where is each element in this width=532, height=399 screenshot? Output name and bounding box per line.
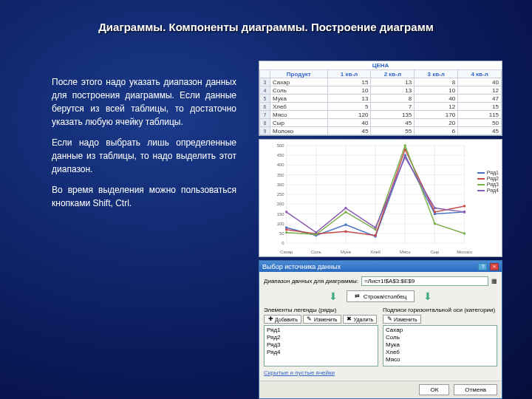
cell[interactable]: 115 [458, 111, 502, 119]
edit-icon: ✎ [307, 316, 313, 322]
cell[interactable]: 15 [327, 78, 371, 86]
table-row[interactable]: 9Молоко4555645 [260, 127, 502, 135]
svg-rect-41 [434, 213, 436, 215]
cell[interactable]: 10 [415, 86, 458, 95]
cell[interactable]: 40 [327, 119, 371, 127]
arrow-down-icon: ⬇ [423, 290, 432, 302]
cell[interactable]: 120 [327, 111, 371, 119]
chart-legend: Ряд1Ряд2Ряд3Ряд4 [477, 169, 499, 194]
range-input[interactable]: =Лист1!$A$3:$E$9 [361, 276, 488, 286]
cell[interactable]: Сыр [270, 119, 328, 127]
cell[interactable]: 8 [371, 95, 415, 103]
svg-text:Мука: Мука [341, 250, 352, 254]
cell[interactable]: 13 [371, 78, 415, 86]
svg-rect-61 [404, 156, 406, 158]
add-button[interactable]: ✚Добавить [264, 315, 301, 324]
delete-button[interactable]: ✖Удалить [343, 315, 378, 324]
list-item[interactable]: Мясо [384, 356, 496, 364]
legend-item: Ряд2 [477, 176, 499, 181]
cell[interactable]: 55 [371, 127, 415, 135]
window-buttons: ? × [477, 262, 499, 270]
help-icon[interactable]: ? [478, 263, 487, 270]
svg-text:0: 0 [282, 241, 284, 245]
list-item[interactable]: Соль [384, 334, 496, 341]
cancel-button[interactable]: Отмена [454, 384, 497, 395]
table-row[interactable]: 7Мясо120135170115 [260, 111, 502, 119]
cell[interactable]: Мясо [270, 111, 328, 119]
cell[interactable]: 15 [458, 103, 502, 111]
edit-button[interactable]: ✎Изменить [303, 315, 341, 324]
cell[interactable]: 13 [371, 86, 415, 95]
svg-rect-53 [375, 228, 377, 231]
cell[interactable]: 20 [415, 119, 458, 127]
svg-rect-40 [404, 154, 406, 157]
cell[interactable]: Хлеб [270, 103, 328, 111]
svg-rect-57 [285, 211, 287, 213]
swap-label: Строка/столбец [364, 293, 407, 300]
dialog-titlebar[interactable]: Выбор источника данных ? × [259, 261, 502, 272]
list-item[interactable]: Ряд2 [265, 334, 377, 341]
cell[interactable]: 10 [327, 86, 371, 95]
svg-text:Мясо: Мясо [400, 250, 411, 254]
cell[interactable]: Сахар [270, 78, 328, 86]
swap-icon: ⇄ [355, 293, 361, 299]
list-item[interactable]: Ряд4 [265, 349, 377, 356]
list-item[interactable]: Ряд1 [265, 327, 377, 334]
categories-listbox[interactable]: СахарСольМукаХлебМясо [383, 325, 497, 366]
svg-rect-55 [434, 222, 436, 225]
cell[interactable]: 40 [458, 78, 502, 86]
cell[interactable]: 45 [327, 127, 371, 135]
cell[interactable]: 170 [415, 111, 458, 119]
legend-items-header: Элементы легенды (ряды) [264, 307, 378, 313]
cell[interactable]: 12 [415, 103, 458, 111]
table-row[interactable]: 3Сахар1513840 [260, 78, 502, 86]
cell[interactable]: 47 [458, 95, 502, 103]
cell[interactable]: 45 [371, 119, 415, 127]
svg-rect-54 [404, 144, 406, 146]
list-item[interactable]: Хлеб [384, 349, 496, 356]
svg-text:450: 450 [277, 153, 285, 157]
cell[interactable]: 5 [327, 103, 371, 111]
cell[interactable]: 6 [415, 127, 458, 135]
cell[interactable]: Молоко [270, 127, 328, 135]
edit-label: Изменить [314, 317, 338, 322]
svg-rect-56 [463, 233, 466, 235]
table-title: ЦЕНА [259, 61, 502, 69]
edit-categories-button[interactable]: ✎Изменить [383, 315, 421, 324]
range-picker-icon[interactable]: ▦ [491, 279, 497, 284]
svg-rect-45 [344, 231, 347, 233]
table-row[interactable]: 8Сыр40452050 [260, 119, 502, 127]
cell[interactable]: 13 [327, 95, 371, 103]
list-item[interactable]: Мука [384, 341, 496, 349]
table-row[interactable]: 5Мука1384047 [260, 95, 502, 103]
cell[interactable]: Соль [270, 86, 328, 95]
cell[interactable]: 12 [458, 86, 502, 95]
list-item[interactable]: Ряд3 [265, 341, 377, 349]
svg-rect-48 [434, 211, 436, 213]
paragraph: Во время выделения можно пользоваться кн… [52, 183, 236, 210]
cell[interactable]: 40 [415, 95, 458, 103]
table-row[interactable]: 4Соль10131012 [260, 86, 502, 95]
hidden-cells-link[interactable]: Скрытые и пустые ячейки [264, 369, 497, 376]
slide-title: Диаграммы. Компоненты диаграммы. Построе… [0, 0, 532, 44]
col-header: 1 кв-л [327, 70, 371, 78]
list-item[interactable]: Сахар [384, 327, 496, 334]
ok-button[interactable]: ОК [419, 384, 449, 395]
close-icon[interactable]: × [490, 263, 499, 270]
svg-rect-38 [344, 224, 347, 226]
swap-row-col-button[interactable]: ⇄ Строка/столбец [347, 290, 415, 302]
arrow-down-icon: ⬇ [329, 290, 338, 302]
table-row[interactable]: 6Хлеб571215 [260, 103, 502, 111]
cell[interactable]: 7 [371, 103, 415, 111]
cell[interactable]: 50 [458, 119, 502, 127]
cell[interactable]: 45 [458, 127, 502, 135]
cell[interactable]: Мука [270, 95, 328, 103]
cell[interactable]: 135 [371, 111, 415, 119]
svg-rect-58 [315, 231, 317, 233]
svg-rect-51 [315, 233, 317, 236]
svg-text:250: 250 [277, 192, 285, 197]
cell[interactable]: 8 [415, 78, 458, 86]
series-listbox[interactable]: Ряд1Ряд2Ряд3Ряд4 [264, 325, 378, 366]
svg-text:Соль: Соль [311, 250, 321, 254]
svg-rect-46 [375, 234, 377, 236]
